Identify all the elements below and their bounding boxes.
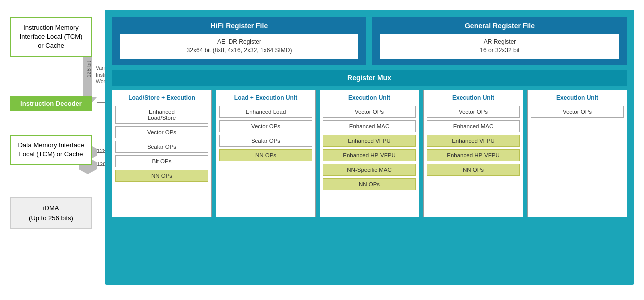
- op-vector-ops-4: Vector OPs: [427, 106, 520, 118]
- op-nn-ops-4: NN OPs: [427, 164, 520, 176]
- op-vector-ops-1: Vector OPs: [115, 126, 208, 138]
- op-vector-ops-2: Vector OPs: [219, 120, 312, 132]
- op-nn-ops-2: NN OPs: [219, 150, 312, 162]
- exec-unit-1-title: Load/Store + Execution: [115, 94, 208, 102]
- op-enhanced-loadstore: EnhancedLoad/Store: [115, 106, 208, 124]
- exec-unit-3-title: Execution Unit: [323, 94, 416, 102]
- gen-reg-inner: AR Register16 or 32x32 bit: [380, 34, 619, 59]
- instr-decoder-box: Instruction Decoder: [10, 96, 92, 112]
- exec-unit-3: Execution Unit Vector OPs Enhanced MAC E…: [320, 90, 419, 218]
- op-enhanced-load: Enhanced Load: [219, 106, 312, 118]
- op-vector-ops-5: Vector OPs: [531, 106, 624, 118]
- main-panel: HiFi Register File AE_DR Register32x64 b…: [105, 10, 634, 285]
- op-nn-ops-1: NN OPs: [115, 170, 208, 182]
- bit128-instr-label: 128 bit: [86, 57, 92, 82]
- exec-unit-1: Load/Store + Execution EnhancedLoad/Stor…: [112, 90, 212, 218]
- hifi-reg-file: HiFi Register File AE_DR Register32x64 b…: [112, 17, 366, 65]
- exec-unit-2: Load + Execution Unit Enhanced Load Vect…: [216, 90, 316, 218]
- op-enhanced-vfpu-4: Enhanced VFPU: [427, 135, 520, 147]
- data-mem-box: Data Memory InterfaceLocal (TCM) or Cach…: [10, 135, 92, 165]
- svg-marker-11: [79, 170, 97, 174]
- op-enhanced-mac-3: Enhanced MAC: [323, 120, 416, 132]
- reg-mux-bar: Register Mux: [112, 70, 627, 86]
- op-enhanced-hpvfpu-3: Enhanced HP-VFPU: [323, 150, 416, 162]
- hifi-reg-title: HiFi Register File: [120, 22, 358, 30]
- exec-unit-2-title: Load + Execution Unit: [219, 94, 312, 102]
- exec-unit-4: Execution Unit Vector OPs Enhanced MAC E…: [423, 90, 523, 218]
- register-files-row: HiFi Register File AE_DR Register32x64 b…: [106, 11, 633, 65]
- op-enhanced-vfpu-3: Enhanced VFPU: [323, 135, 416, 147]
- gen-reg-title: General Register File: [380, 22, 619, 30]
- op-nn-ops-3: NN OPs: [323, 178, 416, 190]
- op-vector-ops-3: Vector OPs: [323, 106, 416, 118]
- op-enhanced-mac-4: Enhanced MAC: [427, 120, 520, 132]
- instr-mem-label: Instruction Memory Interface Local (TCM)…: [20, 24, 83, 50]
- idma-label: iDMA(Up to 256 bits): [29, 204, 73, 222]
- data-mem-label: Data Memory InterfaceLocal (TCM) or Cach…: [18, 142, 84, 158]
- exec-unit-5: Execution Unit Vector OPs: [527, 90, 627, 218]
- idma-box: iDMA(Up to 256 bits): [10, 198, 92, 229]
- op-bit-ops: Bit OPs: [115, 156, 208, 168]
- exec-unit-4-title: Execution Unit: [427, 94, 520, 102]
- instr-mem-box: Instruction Memory Interface Local (TCM)…: [10, 18, 92, 57]
- exec-units-row: Load/Store + Execution EnhancedLoad/Stor…: [106, 90, 633, 224]
- instr-decoder-label: Instruction Decoder: [20, 100, 82, 108]
- op-scalar-ops-2: Scalar OPs: [219, 135, 312, 147]
- op-nn-specific-mac: NN-Specific MAC: [323, 164, 416, 176]
- op-scalar-ops-1: Scalar OPs: [115, 141, 208, 153]
- gen-reg-file: General Register File AR Register16 or 3…: [372, 17, 627, 65]
- hifi-reg-inner: AE_DR Register32x64 bit (8x8, 4x16, 2x32…: [120, 34, 358, 59]
- diagram: Instruction Memory Interface Local (TCM)…: [0, 0, 644, 300]
- exec-unit-5-title: Execution Unit: [531, 94, 624, 102]
- op-enhanced-hpvfpu-4: Enhanced HP-VFPU: [427, 150, 520, 162]
